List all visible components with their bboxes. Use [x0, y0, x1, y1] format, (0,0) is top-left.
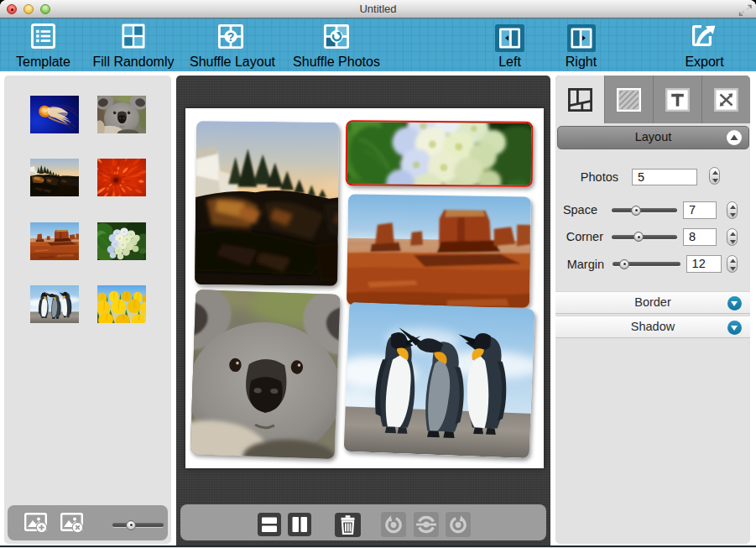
- svg-text:?: ?: [227, 30, 235, 44]
